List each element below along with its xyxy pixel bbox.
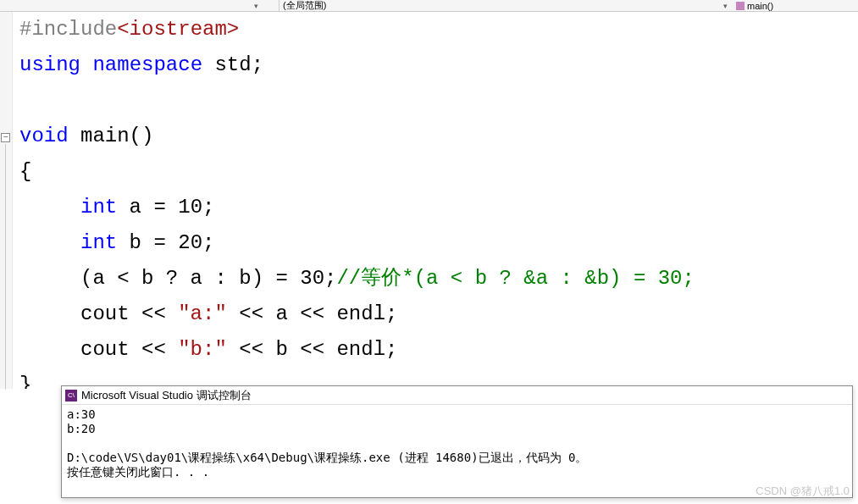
include-directive: #include <box>19 18 117 41</box>
output-line: 按任意键关闭此窗口. . . <box>67 465 209 479</box>
gutter: − <box>0 12 13 389</box>
output-line: a:30 <box>67 407 96 421</box>
vs-icon: C\ <box>65 390 77 402</box>
fold-toggle-icon[interactable]: − <box>1 133 10 142</box>
code-line[interactable]: cout << "a:" << a << endl; <box>19 296 858 332</box>
output-line: b:20 <box>67 422 96 435</box>
fold-guide <box>5 144 6 390</box>
code-line[interactable] <box>19 83 858 119</box>
keyword: using <box>19 53 80 76</box>
code-text: } <box>19 374 31 389</box>
code-text: cout << <box>80 338 178 361</box>
console-output[interactable]: a:30 b:20 D:\code\VS\day01\课程操练\x64\Debu… <box>62 405 852 482</box>
code-text: std; <box>202 53 263 76</box>
string-literal: "b:" <box>178 338 227 361</box>
scope-left-section[interactable]: ▾ <box>0 0 280 11</box>
debug-console-window: C\ Microsoft Visual Studio 调试控制台 a:30 b:… <box>61 385 853 498</box>
code-text: << b << endl; <box>227 338 398 361</box>
code-line[interactable]: { <box>19 154 858 190</box>
console-titlebar[interactable]: C\ Microsoft Visual Studio 调试控制台 <box>62 386 852 405</box>
keyword: int <box>80 196 117 219</box>
dropdown-arrow-icon[interactable]: ▾ <box>723 2 728 10</box>
scope-bar: ▾ (全局范围) ▾ main() <box>0 0 858 12</box>
code-line-active[interactable]: cout << "b:" << b << endl; <box>19 332 858 368</box>
code-text: main() <box>69 125 154 147</box>
code-line[interactable]: using namespace std; <box>19 47 858 83</box>
keyword: int <box>80 231 117 254</box>
code-text: a = 10; <box>117 196 214 219</box>
comment: //等价*(a < b ? &a : &b) = 30; <box>336 267 694 290</box>
code-text: << a << endl; <box>227 302 398 325</box>
code-content[interactable]: #include<iostream> using namespace std; … <box>13 12 858 389</box>
include-header: <iostream> <box>117 18 239 41</box>
code-editor[interactable]: − #include<iostream> using namespace std… <box>0 12 858 389</box>
scope-label: (全局范围) <box>283 0 326 12</box>
code-text: { <box>19 160 31 183</box>
keyword: void <box>19 125 69 147</box>
watermark: CSDN @猪八戒1.0 <box>756 484 850 499</box>
scope-right-section[interactable]: main() <box>731 1 858 11</box>
code-line[interactable]: int b = 20; <box>19 225 858 261</box>
code-line[interactable]: int a = 10; <box>19 190 858 225</box>
scope-mid-section[interactable]: (全局范围) ▾ <box>280 0 731 12</box>
cube-icon <box>736 2 745 10</box>
code-text: b = 20; <box>117 231 214 254</box>
output-line: D:\code\VS\day01\课程操练\x64\Debug\课程操练.exe… <box>67 451 587 464</box>
code-line[interactable]: void main() <box>19 119 858 154</box>
code-line[interactable]: #include<iostream> <box>19 12 858 47</box>
code-line[interactable]: (a < b ? a : b) = 30;//等价*(a < b ? &a : … <box>19 261 858 296</box>
function-label: main() <box>747 1 773 11</box>
code-text: cout << <box>80 302 178 325</box>
dropdown-arrow-icon[interactable]: ▾ <box>254 2 258 10</box>
code-text: (a < b ? a : b) = 30; <box>80 267 336 290</box>
string-literal: "a:" <box>178 302 227 325</box>
console-title-text: Microsoft Visual Studio 调试控制台 <box>81 388 252 403</box>
keyword: namespace <box>92 53 202 76</box>
